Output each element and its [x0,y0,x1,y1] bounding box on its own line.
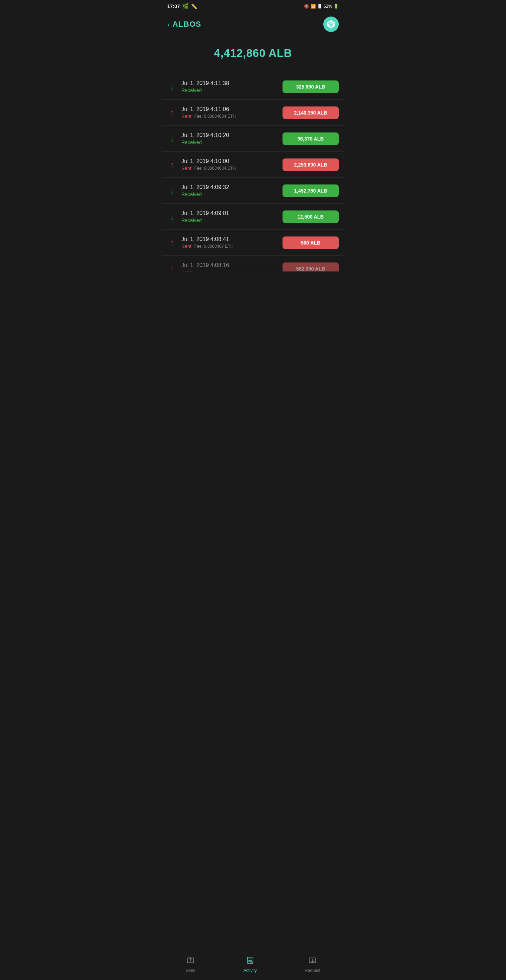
tx-fee: Fee: 0.0000467 ETH [194,244,233,249]
tx-status-row: Received [181,218,278,223]
tx-amount-badge[interactable]: 96,370 ALB [283,132,339,145]
tx-status-label: Sent [181,165,191,171]
direction-icon: ↓ [170,213,174,221]
tx-amount-badge[interactable]: 1,452,750 ALB [283,185,339,197]
direction-icon: ↑ [170,161,174,169]
tx-status-row: Received [181,88,278,93]
back-chevron-icon: ‹ [167,21,170,29]
transaction-list: ↓ Jul 1, 2019 4:11:38 Received 325,690 A… [162,74,344,951]
tx-status-label: Received [181,140,202,145]
receive-arrow-icon: ↓ [167,82,177,92]
activity-label: Activity [243,968,257,973]
tx-date: Jul 1, 2019 4:08:41 [181,236,278,242]
request-label: Request [305,968,320,973]
tx-amount-badge[interactable]: 582,000 ALB [283,262,339,275]
tx-status-row: Received [181,140,278,145]
tx-details: Jul 1, 2019 4:10:20 Received [181,132,278,145]
tx-details: Jul 1, 2019 4:11:06 Sent Fee: 0.00004684… [181,106,278,119]
diamond-icon [326,19,336,30]
tx-fee: Fee: 0.00004684 ETH [194,166,236,171]
send-arrow-icon: ↑ [167,160,177,170]
receive-arrow-icon: ↓ [167,134,177,144]
tx-status-label: Received [181,191,202,197]
tx-amount-badge[interactable]: 12,500 ALB [283,210,339,223]
direction-icon: ↑ [170,239,174,247]
transaction-item[interactable]: ↓ Jul 1, 2019 4:09:32 Received 1,452,750… [162,178,344,204]
send-label: Send [186,968,196,973]
tx-date: Jul 1, 2019 4:11:38 [181,80,278,86]
tx-date: Jul 1, 2019 4:08:16 [181,262,278,269]
battery-label: 62% [324,4,332,9]
direction-icon: ↓ [170,135,174,143]
tx-status-label: Received [181,218,202,223]
tx-status-label: Sent [181,243,191,249]
back-button[interactable]: ‹ ALBOS [167,20,201,29]
send-arrow-icon: ↑ [167,108,177,118]
send-arrow-icon: ↑ [167,238,177,248]
tx-status-label: Sent [181,113,191,119]
battery-icon: 🔋 [334,4,339,9]
tx-details: Jul 1, 2019 4:11:38 Received [181,80,278,93]
tx-fee: Fee: 0.00004684 ETH [194,114,236,119]
transaction-item[interactable]: ↓ Jul 1, 2019 4:11:38 Received 325,690 A… [162,74,344,100]
tx-status-row: Sent [181,269,278,275]
direction-icon: ↑ [170,264,174,273]
status-time: 17:07 [167,3,180,9]
status-app-icon: 🌿 [182,3,189,10]
tx-amount-badge[interactable]: 325,690 ALB [283,81,339,93]
status-bar: 17:07 🌿 ✏️ 🔇 📶 ▐▌ 62% 🔋 [162,0,344,12]
app-logo[interactable] [323,16,339,32]
tx-details: Jul 1, 2019 4:08:41 Sent Fee: 0.0000467 … [181,236,278,249]
balance-section: 4,412,860 ALB [162,36,344,74]
receive-arrow-icon: ↓ [167,212,177,222]
transaction-item[interactable]: ↑ Jul 1, 2019 4:10:00 Sent Fee: 0.000046… [162,152,344,178]
direction-icon: ↓ [170,186,174,195]
tx-date: Jul 1, 2019 4:10:00 [181,158,278,164]
transaction-item[interactable]: ↓ Jul 1, 2019 4:09:01 Received 12,500 AL… [162,204,344,230]
tx-status-row: Received [181,191,278,197]
tx-details: Jul 1, 2019 4:09:32 Received [181,184,278,197]
transaction-item[interactable]: ↓ Jul 1, 2019 4:10:20 Received 96,370 AL… [162,126,344,152]
activity-icon [246,956,255,967]
signal-icon: ▐▌ [317,4,322,8]
tx-amount-badge[interactable]: 2,140,350 ALB [283,107,339,119]
tx-date: Jul 1, 2019 4:09:32 [181,184,278,191]
status-edit-icon: ✏️ [191,3,197,9]
send-icon [186,956,195,967]
tx-details: Jul 1, 2019 4:08:16 Sent [181,262,278,275]
transaction-item[interactable]: ↑ Jul 1, 2019 4:08:16 Sent 582,000 ALB [162,256,344,282]
header: ‹ ALBOS [162,12,344,36]
transaction-item[interactable]: ↑ Jul 1, 2019 4:11:06 Sent Fee: 0.000046… [162,100,344,126]
tx-status-label: Sent [181,269,191,275]
tx-details: Jul 1, 2019 4:10:00 Sent Fee: 0.00004684… [181,158,278,171]
balance-amount: 4,412,860 ALB [167,47,339,60]
tx-status-row: Sent Fee: 0.00004684 ETH [181,113,278,119]
request-icon [308,956,317,967]
page-title: ALBOS [172,20,201,29]
nav-activity[interactable]: Activity [237,955,264,974]
bottom-nav: Send Activity Request [162,951,344,980]
direction-icon: ↑ [170,108,174,117]
nav-send[interactable]: Send [178,955,202,974]
tx-amount-badge[interactable]: 500 ALB [283,237,339,249]
tx-details: Jul 1, 2019 4:09:01 Received [181,210,278,223]
status-icons: 🔇 📶 ▐▌ 62% 🔋 [304,4,339,9]
nav-request[interactable]: Request [298,955,328,974]
direction-icon: ↓ [170,83,174,91]
tx-amount-badge[interactable]: 2,253,600 ALB [283,159,339,171]
tx-status-row: Sent Fee: 0.00004684 ETH [181,165,278,171]
wifi-icon: 📶 [310,4,316,9]
transaction-item[interactable]: ↑ Jul 1, 2019 4:08:41 Sent Fee: 0.000046… [162,230,344,256]
send-arrow-icon: ↑ [167,264,177,274]
mute-icon: 🔇 [304,4,309,9]
tx-status-row: Sent Fee: 0.0000467 ETH [181,243,278,249]
tx-status-label: Received [181,88,202,93]
tx-date: Jul 1, 2019 4:09:01 [181,210,278,216]
tx-date: Jul 1, 2019 4:11:06 [181,106,278,113]
svg-rect-10 [251,961,253,963]
receive-arrow-icon: ↓ [167,186,177,196]
tx-date: Jul 1, 2019 4:10:20 [181,132,278,138]
